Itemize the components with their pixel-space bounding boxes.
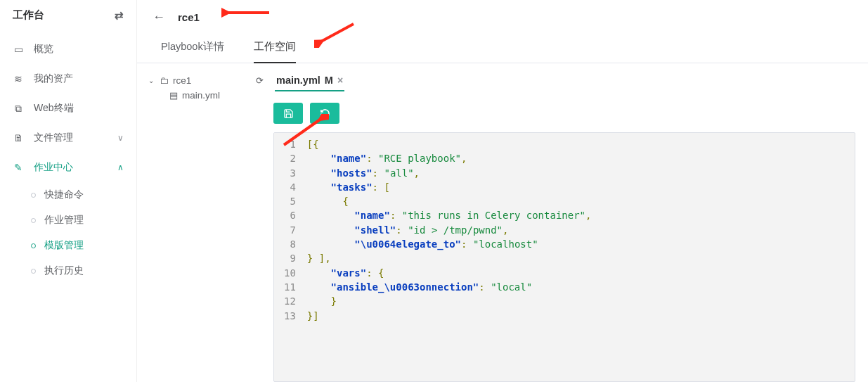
caret-down-icon: ⌄	[148, 77, 155, 84]
bullet-icon	[31, 193, 36, 198]
line-gutter: 12345678910111213	[274, 133, 302, 339]
bullet-icon	[31, 269, 36, 274]
file-tab-bar: main.yml M ×	[273, 73, 855, 96]
sidebar-item-icon: ✎	[13, 162, 24, 173]
sidebar-item-2[interactable]: ⧉Web终端	[0, 94, 136, 123]
save-button[interactable]	[273, 103, 303, 124]
sidebar-item-label: 文件管理	[34, 132, 108, 144]
main: ← rce1 Playbook详情工作空间 ⟳ ⌄ 🗀 rce1 ▤main.y…	[137, 0, 868, 382]
sidebar-item-3[interactable]: 🗎文件管理∨	[0, 123, 136, 153]
tree-folder-name: rce1	[173, 75, 191, 86]
sidebar-subitem-2[interactable]: 模版管理	[10, 233, 136, 258]
file-tab-name: main.yml	[276, 75, 320, 86]
sidebar-subitem-label: 执行历史	[44, 265, 84, 277]
code-content[interactable]: [{ "name": "RCE playbook", "hosts": "all…	[302, 133, 597, 339]
page-title: rce1	[178, 11, 200, 23]
undo-button[interactable]	[310, 103, 339, 124]
back-icon[interactable]: ←	[153, 10, 165, 25]
sidebar-item-icon: ▭	[13, 44, 24, 55]
tab-1[interactable]: 工作空间	[254, 33, 296, 63]
sidebar-item-icon: 🗎	[13, 132, 24, 144]
chevron-up-icon: ∧	[117, 163, 124, 172]
sidebar-item-label: 概览	[34, 43, 124, 56]
tab-0[interactable]: Playbook详情	[161, 33, 224, 63]
sidebar-subitem-label: 快捷命令	[44, 189, 84, 201]
sidebar-item-label: Web终端	[34, 102, 124, 115]
save-icon	[283, 108, 294, 119]
tree-folder[interactable]: ⌄ 🗀 rce1	[145, 73, 266, 88]
bullet-icon	[31, 243, 36, 248]
close-icon[interactable]: ×	[337, 75, 343, 86]
sidebar-item-label: 作业中心	[34, 161, 108, 174]
sidebar-subitem-1[interactable]: 作业管理	[10, 208, 136, 233]
sidebar-item-4[interactable]: ✎作业中心∧	[0, 153, 136, 182]
undo-icon	[320, 108, 330, 119]
folder-icon: 🗀	[160, 75, 169, 86]
sidebar-subitem-0[interactable]: 快捷命令	[10, 182, 136, 208]
tree-file-name: main.yml	[182, 90, 220, 101]
file-icon: ▤	[169, 90, 178, 101]
tab-bar: Playbook详情工作空间	[137, 33, 868, 63]
sidebar-header: 工作台 ⇄	[0, 1, 136, 34]
sidebar-title: 工作台	[13, 8, 44, 22]
sidebar-item-0[interactable]: ▭概览	[0, 34, 136, 64]
file-tree: ⟳ ⌄ 🗀 rce1 ▤main.yml	[140, 73, 272, 382]
sidebar-subitem-label: 作业管理	[44, 214, 84, 227]
bullet-icon	[31, 218, 36, 223]
sidebar-item-icon: ⧉	[13, 103, 24, 115]
code-editor[interactable]: 12345678910111213 [{ "name": "RCE playbo…	[273, 132, 855, 382]
editor-toolbar	[273, 96, 855, 132]
sidebar-subitem-3[interactable]: 执行历史	[10, 258, 136, 284]
sidebar-subitem-label: 模版管理	[44, 239, 84, 252]
sidebar-item-label: 我的资产	[34, 72, 124, 85]
chevron-down-icon: ∨	[117, 133, 124, 143]
sidebar-item-icon: ≋	[13, 73, 24, 84]
tree-file[interactable]: ▤main.yml	[145, 88, 266, 103]
collapse-icon[interactable]: ⇄	[115, 9, 124, 22]
refresh-icon[interactable]: ⟳	[256, 75, 264, 86]
sidebar: 工作台 ⇄ ▭概览≋我的资产⧉Web终端🗎文件管理∨✎作业中心∧快捷命令作业管理…	[0, 0, 137, 382]
workspace: ⟳ ⌄ 🗀 rce1 ▤main.yml main.yml M ×	[137, 63, 868, 382]
sidebar-item-1[interactable]: ≋我的资产	[0, 64, 136, 94]
editor-area: main.yml M × 12345678910111213 [{	[273, 73, 868, 382]
file-tab-modified: M	[325, 75, 333, 86]
breadcrumb: ← rce1	[137, 0, 868, 30]
file-tab[interactable]: main.yml M ×	[275, 73, 344, 91]
